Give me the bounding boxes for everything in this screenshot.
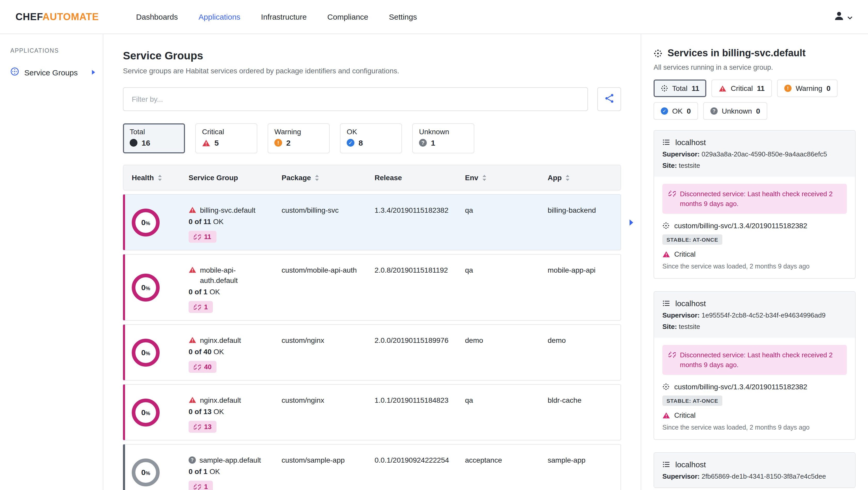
table-row[interactable]: 0% billing-svc.default 0 of 11 OK 11 cus…: [123, 194, 621, 251]
services-panel: Services in billing-svc.default All serv…: [641, 34, 868, 490]
app-cell: sample-app: [548, 445, 618, 464]
service-status: Critical: [662, 251, 847, 258]
column-header-app[interactable]: App: [548, 173, 618, 182]
service-card[interactable]: localhost Supervisor: 2fb65869-de1b-4341…: [654, 452, 856, 488]
ok-circle-icon: ✓: [347, 139, 354, 146]
health-donut: 0%: [132, 208, 160, 236]
sidebar-item-service-groups[interactable]: Service Groups: [0, 63, 103, 81]
package-cell: custom/mobile-api-auth: [282, 255, 375, 274]
ok-count: 0 of 40 OK: [189, 347, 273, 357]
services-star-icon: [654, 49, 662, 58]
package-cell: custom/nginx: [282, 325, 375, 345]
nav-item-compliance[interactable]: Compliance: [327, 12, 368, 21]
unlink-icon: [194, 423, 201, 430]
column-header-service-group[interactable]: Service Group: [189, 173, 282, 182]
env-cell: acceptance: [465, 445, 548, 464]
unlink-icon: [669, 351, 676, 358]
list-icon: [662, 138, 670, 146]
panel-title: Services in billing-svc.default: [654, 47, 856, 59]
nav-item-infrastructure[interactable]: Infrastructure: [261, 12, 307, 21]
chef-automate-logo[interactable]: CHEFAUTOMATE: [16, 11, 99, 23]
env-cell: qa: [465, 255, 548, 274]
host-name: localhost: [675, 460, 706, 469]
table-row[interactable]: 0% mobile-api-auth.default 0 of 1 OK 1 c…: [123, 254, 621, 321]
release-cell: 1.3.4/20190115182382: [375, 195, 465, 214]
disconnected-count-badge: 40: [189, 361, 217, 373]
table-header: Health Service Group Package Release Env…: [123, 165, 621, 191]
supervisor-line: Supervisor: 2fb65869-de1b-4341-8150-3f8a…: [662, 472, 847, 480]
chip-unknown[interactable]: ? Unknown0: [703, 102, 767, 120]
ok-count: 0 of 1 OK: [189, 466, 273, 477]
unknown-circle-icon: ?: [710, 107, 718, 115]
nav-item-dashboards[interactable]: Dashboards: [136, 12, 178, 21]
applications-icon: [10, 67, 19, 77]
release-cell: 2.0.8/20190115181192: [375, 255, 465, 274]
package-cell: custom/billing-svc: [282, 195, 375, 214]
disconnected-alert: Disconnected service: Last health check …: [662, 345, 847, 375]
chip-warning[interactable]: ! Warning0: [777, 79, 838, 97]
page: CHEFAUTOMATE Dashboards Applications Inf…: [0, 0, 868, 490]
filter-card-critical[interactable]: Critical 5: [195, 123, 257, 153]
main-content: Service Groups Service groups are Habita…: [103, 34, 641, 490]
ok-count: 0 of 11 OK: [189, 216, 273, 227]
nav-item-settings[interactable]: Settings: [389, 12, 417, 21]
column-header-release[interactable]: Release: [375, 173, 465, 182]
chip-critical[interactable]: Critical11: [712, 79, 772, 97]
warning-circle-icon: !: [274, 139, 282, 146]
column-header-health[interactable]: Health: [132, 173, 189, 182]
service-card[interactable]: localhost Supervisor: 1e95554f-2cb8-4c52…: [654, 291, 856, 440]
service-cards: localhost Supervisor: 029a3a8a-20ac-4590…: [654, 130, 856, 488]
list-icon: [662, 461, 670, 468]
filter-card-ok[interactable]: OK ✓8: [340, 123, 402, 153]
table-row[interactable]: 0% nginx.default 0 of 40 OK 40 custom/ng…: [123, 324, 621, 381]
supervisor-line: Supervisor: 029a3a8a-20ac-4590-850e-9a4a…: [662, 150, 847, 158]
sidebar: APPLICATIONS Service Groups: [0, 34, 103, 490]
chip-ok[interactable]: ✓ OK0: [654, 102, 698, 120]
sort-icon: [158, 174, 162, 181]
unknown-circle-icon: ?: [189, 456, 196, 464]
user-menu-button[interactable]: [833, 10, 852, 24]
unlink-icon: [194, 483, 201, 490]
release-cell: 2.0.0/20190115189976: [375, 325, 465, 345]
release-cell: 1.0.1/20190115184823: [375, 385, 465, 404]
service-card[interactable]: localhost Supervisor: 029a3a8a-20ac-4590…: [654, 130, 856, 279]
unknown-circle-icon: ?: [419, 139, 427, 146]
filter-card-warning[interactable]: Warning !2: [268, 123, 330, 153]
service-group-name: billing-svc.default: [200, 205, 255, 215]
filter-input[interactable]: [123, 87, 588, 111]
nav-item-applications[interactable]: Applications: [199, 12, 241, 21]
supervisor-line: Supervisor: 1e95554f-2cb8-4c52-b34f-e946…: [662, 312, 847, 319]
critical-triangle-icon: [662, 251, 670, 258]
status-filter-cards: Total 16 Critical 5 Warning !2 OK ✓8 Unk…: [123, 123, 621, 153]
chevron-right-icon: [91, 70, 96, 75]
package-cell: custom/nginx: [282, 385, 375, 404]
ok-circle-icon: ✓: [661, 107, 668, 115]
share-icon: [604, 94, 614, 105]
service-group-name: mobile-api-auth.default: [200, 265, 273, 286]
logo-chef: CHEF: [16, 11, 43, 22]
filter-card-unknown[interactable]: Unknown ?1: [412, 123, 474, 153]
services-star-icon: [662, 222, 670, 229]
column-header-package[interactable]: Package: [282, 173, 375, 182]
column-header-env[interactable]: Env: [465, 173, 548, 182]
service-package: custom/billing-svc/1.3.4/20190115182382: [662, 222, 847, 230]
critical-triangle-icon: [662, 412, 670, 419]
channel-badge: STABLE: AT-ONCE: [662, 234, 722, 245]
list-icon: [662, 299, 670, 307]
service-status: Critical: [662, 412, 847, 419]
env-cell: demo: [465, 325, 548, 345]
ok-count: 0 of 13 OK: [189, 406, 273, 417]
table-row[interactable]: 0% nginx.default 0 of 13 OK 13 custom/ng…: [123, 384, 621, 440]
top-nav: CHEFAUTOMATE Dashboards Applications Inf…: [0, 0, 868, 34]
filter-card-total[interactable]: Total 16: [123, 123, 185, 153]
critical-triangle-icon: [189, 396, 196, 403]
share-button[interactable]: [597, 87, 621, 111]
sort-icon: [565, 174, 570, 181]
chevron-down-icon: [847, 12, 852, 22]
service-group-name: sample-app.default: [199, 455, 261, 465]
site-line: Site: testsite: [662, 323, 847, 330]
table-row[interactable]: 0% ?sample-app.default 0 of 1 OK 1 custo…: [123, 444, 621, 490]
chip-total[interactable]: Total11: [654, 79, 707, 97]
since-loaded-text: Since the service was loaded, 2 months 9…: [662, 424, 847, 431]
services-star-icon: [661, 85, 668, 92]
